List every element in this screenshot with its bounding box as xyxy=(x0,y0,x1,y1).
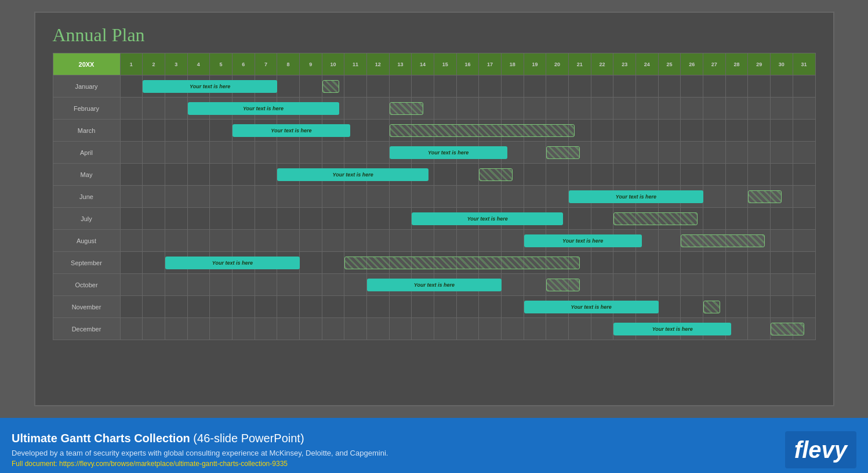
cell-august-day-15 xyxy=(434,230,456,252)
cell-september-day-30 xyxy=(771,252,793,274)
cell-january-day-15 xyxy=(434,75,456,98)
cell-january-day-25 xyxy=(658,75,681,98)
footer-title-bold: Ultimate Gantt Charts Collection xyxy=(12,432,190,445)
cell-april-day-10 xyxy=(322,142,344,164)
month-label-march: March xyxy=(53,120,120,142)
cell-september-day-28 xyxy=(725,252,748,274)
cell-june-day-1 xyxy=(120,186,143,208)
cell-november-day-5 xyxy=(210,296,233,318)
cell-august-day-10 xyxy=(322,230,344,252)
cell-august-day-14 xyxy=(412,230,434,252)
cell-june-day-5 xyxy=(210,186,233,208)
cell-january-day-24 xyxy=(635,75,658,98)
cell-april-day-25 xyxy=(658,142,681,164)
cell-december-day-14 xyxy=(412,318,434,340)
cell-august-day-26 xyxy=(681,230,703,252)
bar-text-january: Your text is here xyxy=(190,84,230,89)
cell-april-day-3 xyxy=(165,142,187,164)
cell-june-day-16 xyxy=(456,186,479,208)
cell-march-day-31 xyxy=(793,120,815,142)
bar-may: Your text is here xyxy=(277,168,428,181)
cell-november-day-6 xyxy=(232,296,255,318)
cell-november-day-4 xyxy=(187,296,210,318)
cell-april-day-9 xyxy=(299,142,322,164)
cell-may-day-31 xyxy=(793,164,815,186)
cell-july-day-31 xyxy=(793,208,815,230)
bar-text-december: Your text is here xyxy=(652,326,693,332)
cell-october-day-29 xyxy=(748,274,771,296)
bar-march: Your text is here xyxy=(233,124,350,137)
cell-april-day-28 xyxy=(725,142,748,164)
cell-june-day-21: Your text is here xyxy=(568,186,591,208)
hatch-january xyxy=(322,80,339,93)
day-header-12: 12 xyxy=(366,53,389,75)
cell-november-day-17 xyxy=(479,296,502,318)
cell-june-day-20 xyxy=(546,186,569,208)
bar-text-october: Your text is here xyxy=(414,282,455,288)
cell-january-day-8 xyxy=(277,75,300,98)
cell-february-day-28 xyxy=(725,98,748,120)
bar-text-august: Your text is here xyxy=(562,238,603,244)
cell-october-day-1 xyxy=(120,274,143,296)
cell-july-day-27 xyxy=(703,208,725,230)
footer-link[interactable]: Full document: https://flevy.com/browse/… xyxy=(12,460,785,468)
cell-october-day-7 xyxy=(255,274,277,296)
cell-october-day-6 xyxy=(232,274,255,296)
cell-august-day-3 xyxy=(165,230,187,252)
month-label-december: December xyxy=(53,318,120,340)
cell-april-day-1 xyxy=(120,142,143,164)
day-header-11: 11 xyxy=(344,53,367,75)
cell-june-day-3 xyxy=(165,186,187,208)
cell-december-day-7 xyxy=(255,318,277,340)
cell-june-day-14 xyxy=(412,186,434,208)
cell-october-day-2 xyxy=(143,274,165,296)
cell-may-day-3 xyxy=(165,164,187,186)
cell-november-day-11 xyxy=(344,296,367,318)
cell-october-day-12: Your text is here xyxy=(366,274,389,296)
cell-february-day-11 xyxy=(344,98,367,120)
cell-june-day-28 xyxy=(725,186,748,208)
cell-march-day-2 xyxy=(143,120,165,142)
slide-title: Annual Plan xyxy=(53,24,816,46)
cell-april-day-8 xyxy=(277,142,300,164)
bar-april: Your text is here xyxy=(390,146,507,159)
cell-january-day-30 xyxy=(771,75,793,98)
cell-march-day-22 xyxy=(591,120,613,142)
cell-january-day-27 xyxy=(703,75,725,98)
cell-february-day-2 xyxy=(143,98,165,120)
cell-april-day-13: Your text is here xyxy=(389,142,412,164)
logo-text: flevy xyxy=(794,437,847,463)
cell-january-day-12 xyxy=(366,75,389,98)
cell-february-day-26 xyxy=(681,98,703,120)
slide: Annual Plan 20XX 12345678910111213141516… xyxy=(34,12,834,406)
cell-january-day-26 xyxy=(681,75,703,98)
day-header-20: 20 xyxy=(546,53,569,75)
month-label-may: May xyxy=(53,164,120,186)
bar-text-june: Your text is here xyxy=(616,194,656,200)
cell-april-day-6 xyxy=(232,142,255,164)
cell-february-day-25 xyxy=(658,98,681,120)
day-header-3: 3 xyxy=(165,53,187,75)
bar-text-july: Your text is here xyxy=(467,216,508,222)
bar-june: Your text is here xyxy=(569,190,703,203)
day-header-25: 25 xyxy=(658,53,681,75)
cell-february-day-19 xyxy=(524,98,546,120)
cell-february-day-13 xyxy=(389,98,412,120)
cell-july-day-1 xyxy=(120,208,143,230)
day-header-22: 22 xyxy=(591,53,613,75)
cell-january-day-22 xyxy=(591,75,613,98)
cell-april-day-31 xyxy=(793,142,815,164)
cell-november-day-14 xyxy=(412,296,434,318)
cell-may-day-16 xyxy=(456,164,479,186)
cell-march-day-25 xyxy=(658,120,681,142)
cell-may-day-2 xyxy=(143,164,165,186)
footer-description: Developed by a team of security experts … xyxy=(12,449,785,457)
cell-june-day-19 xyxy=(524,186,546,208)
day-header-27: 27 xyxy=(703,53,725,75)
cell-march-day-30 xyxy=(771,120,793,142)
cell-november-day-16 xyxy=(456,296,479,318)
cell-october-day-25 xyxy=(658,274,681,296)
month-label-january: January xyxy=(53,75,120,98)
cell-february-day-18 xyxy=(501,98,524,120)
cell-january-day-2: Your text is here xyxy=(143,75,165,98)
